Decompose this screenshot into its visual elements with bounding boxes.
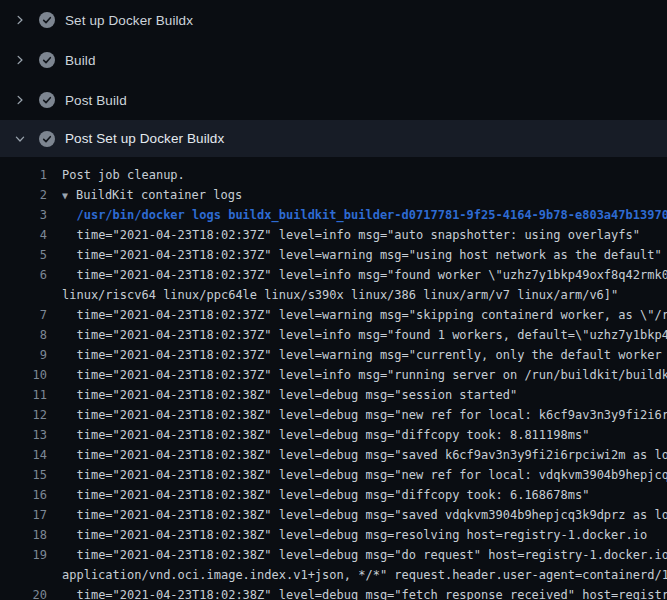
line-text: Post job cleanup. — [62, 165, 667, 185]
line-text: time="2021-04-23T18:02:37Z" level=info m… — [62, 325, 667, 345]
line-text: time="2021-04-23T18:02:37Z" level=info m… — [62, 265, 667, 285]
chevron-icon[interactable] — [12, 92, 28, 108]
log-line: 3 /usr/bin/docker logs buildx_buildkit_b… — [0, 205, 667, 225]
log-line: 7 time="2021-04-23T18:02:37Z" level=warn… — [0, 305, 667, 325]
line-text: time="2021-04-23T18:02:38Z" level=debug … — [62, 465, 667, 485]
chevron-icon[interactable] — [12, 12, 28, 28]
step-row-set-up-docker-buildx[interactable]: Set up Docker Buildx — [0, 0, 667, 40]
log-line: 17 time="2021-04-23T18:02:38Z" level=deb… — [0, 505, 667, 525]
steps-list: Set up Docker Buildx Build — [0, 0, 667, 157]
step-row-post-set-up-docker-buildx[interactable]: Post Set up Docker Buildx — [0, 120, 667, 157]
log-line: 14 time="2021-04-23T18:02:38Z" level=deb… — [0, 445, 667, 465]
step-label: Build — [65, 53, 96, 68]
check-circle-icon — [39, 52, 55, 68]
log-panel: 1 Post job cleanup. 2 ▼BuildKit containe… — [0, 157, 667, 600]
log-line: 20 time="2021-04-23T18:02:38Z" level=deb… — [0, 585, 667, 600]
line-number[interactable]: 14 — [0, 445, 47, 465]
log-line: application/vnd.oci.image.index.v1+json,… — [0, 565, 667, 585]
step-row-build[interactable]: Build — [0, 40, 667, 80]
line-number[interactable]: 7 — [0, 305, 47, 325]
line-text: time="2021-04-23T18:02:37Z" level=warnin… — [62, 245, 667, 265]
log-line: linux/riscv64 linux/ppc64le linux/s390x … — [0, 285, 667, 305]
line-number[interactable]: 11 — [0, 385, 47, 405]
check-circle-icon — [39, 12, 55, 28]
chevron-icon[interactable] — [12, 131, 28, 147]
line-text: time="2021-04-23T18:02:38Z" level=debug … — [62, 505, 667, 525]
line-number[interactable]: 8 — [0, 325, 47, 345]
log-line: 8 time="2021-04-23T18:02:37Z" level=info… — [0, 325, 667, 345]
log-line: 10 time="2021-04-23T18:02:37Z" level=inf… — [0, 365, 667, 385]
check-circle-icon — [39, 92, 55, 108]
line-text: linux/riscv64 linux/ppc64le linux/s390x … — [62, 285, 667, 305]
log-line: 9 time="2021-04-23T18:02:37Z" level=warn… — [0, 345, 667, 365]
line-text: time="2021-04-23T18:02:38Z" level=debug … — [62, 485, 667, 505]
line-number[interactable]: 16 — [0, 485, 47, 505]
line-number[interactable]: 12 — [0, 405, 47, 425]
log-line: 13 time="2021-04-23T18:02:38Z" level=deb… — [0, 425, 667, 445]
log-line: 18 time="2021-04-23T18:02:38Z" level=deb… — [0, 525, 667, 545]
line-number[interactable] — [0, 285, 47, 305]
line-number[interactable]: 13 — [0, 425, 47, 445]
line-text: time="2021-04-23T18:02:38Z" level=debug … — [62, 545, 667, 565]
line-number[interactable]: 19 — [0, 545, 47, 565]
log-line: 11 time="2021-04-23T18:02:38Z" level=deb… — [0, 385, 667, 405]
line-number[interactable] — [0, 565, 47, 585]
line-text: time="2021-04-23T18:02:38Z" level=debug … — [62, 585, 667, 600]
line-number[interactable]: 3 — [0, 205, 47, 225]
line-number[interactable]: 5 — [0, 245, 47, 265]
line-number[interactable]: 1 — [0, 165, 47, 185]
line-number[interactable]: 4 — [0, 225, 47, 245]
step-label: Set up Docker Buildx — [65, 13, 193, 28]
step-label: Post Set up Docker Buildx — [65, 131, 224, 146]
check-circle-icon — [39, 131, 55, 147]
line-text: time="2021-04-23T18:02:37Z" level=info m… — [62, 365, 667, 385]
line-text: time="2021-04-23T18:02:38Z" level=debug … — [62, 405, 667, 425]
log-line: 2 ▼BuildKit container logs — [0, 185, 667, 205]
line-text: /usr/bin/docker logs buildx_buildkit_bui… — [62, 205, 667, 225]
line-text: time="2021-04-23T18:02:38Z" level=debug … — [62, 445, 667, 465]
log-line: 16 time="2021-04-23T18:02:38Z" level=deb… — [0, 485, 667, 505]
line-number[interactable]: 17 — [0, 505, 47, 525]
log-line: 12 time="2021-04-23T18:02:38Z" level=deb… — [0, 405, 667, 425]
chevron-icon[interactable] — [12, 52, 28, 68]
line-number[interactable]: 6 — [0, 265, 47, 285]
line-text: application/vnd.oci.image.index.v1+json,… — [62, 565, 667, 585]
line-text: time="2021-04-23T18:02:38Z" level=debug … — [62, 385, 667, 405]
actions-log-viewer: Set up Docker Buildx Build — [0, 0, 667, 600]
log-group-toggle-icon[interactable]: ▼ — [62, 186, 76, 205]
log-line: 5 time="2021-04-23T18:02:37Z" level=warn… — [0, 245, 667, 265]
line-text: ▼BuildKit container logs — [62, 185, 667, 205]
line-number[interactable]: 2 — [0, 185, 47, 205]
line-number[interactable]: 20 — [0, 585, 47, 600]
log-line: 1 Post job cleanup. — [0, 165, 667, 185]
log-line: 19 time="2021-04-23T18:02:38Z" level=deb… — [0, 545, 667, 565]
line-text: time="2021-04-23T18:02:38Z" level=debug … — [62, 525, 667, 545]
line-number[interactable]: 10 — [0, 365, 47, 385]
line-number[interactable]: 15 — [0, 465, 47, 485]
log-group-label: BuildKit container logs — [76, 188, 242, 202]
line-text: time="2021-04-23T18:02:37Z" level=warnin… — [62, 305, 667, 325]
step-row-post-build[interactable]: Post Build — [0, 80, 667, 120]
log-line: 15 time="2021-04-23T18:02:38Z" level=deb… — [0, 465, 667, 485]
line-text: time="2021-04-23T18:02:37Z" level=info m… — [62, 225, 667, 245]
log-line: 6 time="2021-04-23T18:02:37Z" level=info… — [0, 265, 667, 285]
line-number[interactable]: 18 — [0, 525, 47, 545]
line-text: time="2021-04-23T18:02:37Z" level=warnin… — [62, 345, 667, 365]
line-number[interactable]: 9 — [0, 345, 47, 365]
log-line: 4 time="2021-04-23T18:02:37Z" level=info… — [0, 225, 667, 245]
line-text: time="2021-04-23T18:02:38Z" level=debug … — [62, 425, 667, 445]
step-label: Post Build — [65, 93, 127, 108]
